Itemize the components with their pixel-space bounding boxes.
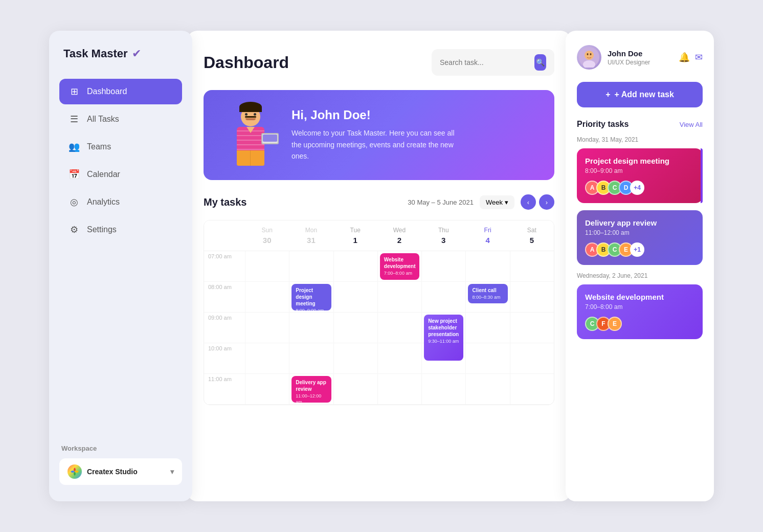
view-all-link[interactable]: View All [680,121,703,128]
tasks-header: My tasks 30 May – 5 June 2021 Week ▾ ‹ › [204,194,554,210]
date-label-2: Wednesday, 2 June, 2021 [577,272,703,279]
card-title-3: Website development [585,293,694,301]
week-label: Week [486,198,503,206]
sidebar-item-label: Dashboard [87,87,127,96]
sidebar-item-analytics[interactable]: ◎ Analytics [59,189,182,215]
card-avatars-3: C F E [585,317,694,331]
calendar-grid: Sun 30 Mon 31 Tue 1 Wed 2 [204,220,554,405]
user-header: John Doe UI/UX Designer 🔔 ✉ [577,45,703,70]
tasks-section: My tasks 30 May – 5 June 2021 Week ▾ ‹ › [204,194,554,483]
workspace-label: Workspace [59,445,182,452]
time-slot-8: 08:00 am [204,282,245,313]
tasks-controls: 30 May – 5 June 2021 Week ▾ ‹ › [408,194,554,210]
day-col-wed: Website development 7:00–8:00 am [377,251,421,405]
tasks-title: My tasks [204,196,247,208]
prev-arrow[interactable]: ‹ [521,194,536,210]
banner-figure [220,104,281,166]
header-icons: 🔔 ✉ [679,52,703,63]
calendar-body: 07:00 am 08:00 am 09:00 am 10:00 am 11:0… [204,251,554,405]
logo-icon: ✔ [132,47,141,60]
card-time-2: 11:00–12:00 am [585,229,694,236]
time-slot-7: 07:00 am [204,251,245,282]
welcome-banner: Hi, John Doe! Welcome to your Task Maste… [204,90,554,180]
user-role: UI/UX Designer [608,59,672,66]
workspace-name: Createx Studio [87,468,138,476]
sidebar: Task Master ✔ ⊞ Dashboard ☰ All Tasks 👥 … [49,31,192,501]
day-header-tue: Tue 1 [333,220,377,251]
message-icon[interactable]: ✉ [695,52,703,63]
sidebar-item-settings[interactable]: ⚙ Settings [59,217,182,242]
analytics-icon: ◎ [69,196,80,208]
card-title-2: Delivery app review [585,218,694,227]
right-panel: John Doe UI/UX Designer 🔔 ✉ + + Add new … [566,31,714,501]
sidebar-item-label: Teams [87,142,111,151]
avatar-count-1: +4 [630,181,644,195]
dashboard-icon: ⊞ [69,86,80,97]
add-task-button[interactable]: + + Add new task [577,82,703,107]
day-header-mon: Mon 31 [289,220,333,251]
workspace-dropdown[interactable]: Createx Studio ▾ [59,458,182,485]
calendar-header: Sun 30 Mon 31 Tue 1 Wed 2 [204,220,554,251]
svg-point-6 [590,53,592,55]
app-logo: Task Master ✔ [59,47,182,60]
main-panel: Dashboard 🔍 [187,31,571,501]
page-title: Dashboard [204,53,289,72]
avatar [577,45,601,70]
card-time-3: 7:00–8:00 am [585,303,694,311]
user-info: John Doe UI/UX Designer [608,49,672,66]
selector-chevron-icon: ▾ [505,198,508,206]
day-col-thu: New project stakeholder presentation 9:3… [421,251,465,405]
nav-arrows: ‹ › [521,194,554,210]
search-button[interactable]: 🔍 [534,54,546,71]
task-project-design[interactable]: Project design meeting 8:00–9:00 am [291,284,331,311]
day-col-mon: Project design meeting 8:00–9:00 am Deli… [289,251,333,405]
priority-card-project-design[interactable]: Project design meeting 8:00–9:00 am A B … [577,148,703,203]
time-column: 07:00 am 08:00 am 09:00 am 10:00 am 11:0… [204,251,245,405]
add-task-label: + Add new task [615,90,674,99]
banner-content: Hi, John Doe! Welcome to your Task Maste… [291,108,455,162]
priority-scroll: Monday, 31 May, 2021 Project design meet… [577,134,703,487]
day-header-sun: Sun 30 [245,220,289,251]
workspace-icon [68,464,82,479]
day-col-tue [333,251,377,405]
day-col-sat [510,251,554,405]
date-label-1: Monday, 31 May, 2021 [577,136,703,143]
task-website-dev[interactable]: Website development 7:00–8:00 am [380,253,419,280]
sidebar-nav: ⊞ Dashboard ☰ All Tasks 👥 Teams 📅 Calend… [59,79,182,424]
priority-card-website[interactable]: Website development 7:00–8:00 am C F E [577,284,703,339]
priority-card-delivery-app[interactable]: Delivery app review 11:00–12:00 am A B C… [577,210,703,265]
search-input[interactable] [440,58,529,66]
sidebar-item-dashboard[interactable]: ⊞ Dashboard [59,79,182,104]
day-header-fri: Fri 4 [465,220,509,251]
priority-header: Priority tasks View All [577,120,703,129]
day-header-thu: Thu 3 [421,220,465,251]
week-selector[interactable]: Week ▾ [480,195,514,209]
card-avatars-2: A B C E +1 [585,242,694,257]
sidebar-item-label: All Tasks [87,115,119,124]
task-delivery-app[interactable]: Delivery app review 11:00–12:00 am [291,376,331,403]
sidebar-item-calendar[interactable]: 📅 Calendar [59,162,182,187]
sidebar-item-label: Settings [87,225,117,234]
svg-point-5 [587,53,589,55]
settings-icon: ⚙ [69,224,80,235]
time-slot-10: 10:00 am [204,343,245,374]
sidebar-item-teams[interactable]: 👥 Teams [59,134,182,160]
time-slot-11: 11:00 am [204,374,245,405]
sidebar-item-label: Calendar [87,170,120,179]
workspace-section: Workspace Createx Studio ▾ [59,445,182,485]
user-name: John Doe [608,49,672,58]
day-header-sat: Sat 5 [510,220,554,251]
chevron-down-icon: ▾ [170,468,174,476]
day-col-sun [245,251,289,405]
date-range: 30 May – 5 June 2021 [408,198,474,206]
time-slot-9: 09:00 am [204,313,245,343]
task-client-call[interactable]: Client call 8:00–8:30 am [468,284,507,303]
sidebar-item-label: Analytics [87,197,120,207]
card-time-1: 8:00–9:00 am [585,167,694,174]
teams-icon: 👥 [69,141,80,152]
day-header-wed: Wed 2 [377,220,421,251]
sidebar-item-all-tasks[interactable]: ☰ All Tasks [59,106,182,132]
next-arrow[interactable]: › [539,194,554,210]
notification-icon[interactable]: 🔔 [679,52,690,63]
calendar-icon: 📅 [69,169,80,180]
